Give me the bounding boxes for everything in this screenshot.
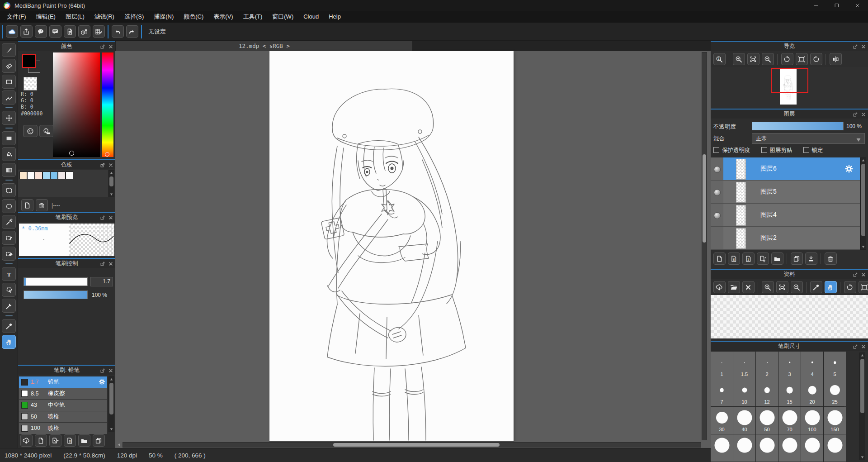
scrollbar-thumb[interactable]	[109, 176, 113, 186]
cloud-download-button[interactable]	[713, 281, 726, 293]
tool-figure-rect[interactable]	[2, 75, 16, 89]
new-swatch-button[interactable]	[21, 199, 33, 211]
brush-size-cell-4[interactable]: 4	[801, 352, 823, 379]
tool-brush[interactable]	[2, 43, 16, 57]
canvas-horizontal-scrollbar[interactable]	[123, 442, 701, 448]
tool-magic-wand[interactable]	[2, 215, 16, 229]
palette-swatch-2[interactable]	[35, 171, 42, 179]
tool-operation[interactable]	[2, 283, 16, 297]
zoom-out-button[interactable]	[762, 53, 774, 65]
hue-slider[interactable]	[102, 52, 113, 157]
menu-item-2[interactable]: 图层(L)	[61, 11, 90, 23]
menu-item-9[interactable]: 窗口(W)	[267, 11, 298, 23]
scrollbar-thumb[interactable]	[861, 164, 865, 236]
tool-lasso[interactable]	[2, 199, 16, 213]
folder-button[interactable]	[771, 252, 783, 265]
palette-swatch-6[interactable]	[66, 171, 73, 179]
close-button[interactable]	[847, 0, 868, 11]
popout-icon[interactable]	[852, 343, 859, 350]
visibility-cell[interactable]	[711, 204, 723, 226]
close-icon[interactable]	[107, 43, 114, 50]
duplicate-button[interactable]	[791, 252, 803, 265]
visibility-cell[interactable]	[711, 157, 723, 180]
brush-size-cell-70[interactable]: 70	[778, 407, 801, 434]
brush-list-scrollbar[interactable]	[108, 376, 114, 432]
scroll-down-icon[interactable]	[861, 244, 866, 249]
doc-1-button[interactable]: 1	[742, 252, 755, 265]
brush-size-cell-50[interactable]: 50	[756, 407, 778, 434]
layer-scrollbar[interactable]	[860, 157, 866, 250]
brush-size-cell-12[interactable]: 12	[756, 379, 778, 406]
navigator-preview[interactable]	[711, 67, 868, 108]
brush-size-cell-1[interactable]: 1	[711, 352, 733, 379]
popout-icon[interactable]	[99, 367, 106, 374]
layout-edit-button[interactable]	[93, 25, 105, 38]
brush-opacity-slider[interactable]	[24, 291, 88, 299]
scroll-down-icon[interactable]	[860, 455, 865, 460]
checkbox-icon[interactable]	[803, 147, 809, 153]
tool-hand[interactable]	[2, 335, 16, 349]
brush-size-slider[interactable]	[24, 277, 88, 286]
palette-add-button[interactable]	[39, 125, 54, 137]
brush-size-cell-3[interactable]: 3	[778, 352, 801, 379]
scroll-up-icon[interactable]	[861, 158, 866, 163]
menu-item-3[interactable]: 滤镜(R)	[90, 11, 119, 23]
maximize-button[interactable]	[826, 0, 847, 11]
zoom-fit-button[interactable]	[776, 281, 788, 293]
saturation-value-picker[interactable]	[53, 52, 100, 157]
blend-mode-dropdown[interactable]: 正常	[752, 133, 865, 144]
document-button[interactable]	[64, 25, 76, 38]
layer-opacity-slider[interactable]	[752, 122, 844, 130]
menu-item-6[interactable]: 颜色(C)	[179, 11, 208, 23]
tool-select-rect[interactable]	[2, 183, 16, 197]
undo-button[interactable]	[112, 25, 124, 38]
comment-balloon-button[interactable]	[49, 25, 61, 38]
brush-size-cell-2[interactable]: 2	[756, 352, 778, 379]
popout-icon[interactable]	[99, 214, 106, 221]
doc-8-button[interactable]: 8	[728, 252, 740, 265]
popout-icon[interactable]	[852, 111, 859, 118]
palette-swatch-0[interactable]	[19, 171, 27, 179]
frame-button[interactable]	[796, 53, 808, 65]
brush-size-cell-r3c5[interactable]	[824, 434, 846, 462]
rotate-ccw-button[interactable]	[781, 53, 793, 65]
zoom-fit-button[interactable]	[747, 53, 760, 65]
brush-size-cell-r3c3[interactable]	[778, 434, 801, 462]
gear-icon[interactable]	[844, 164, 854, 173]
canvas-page[interactable]	[269, 51, 514, 441]
close-icon[interactable]	[107, 367, 114, 374]
brush-size-cell-40[interactable]: 40	[733, 407, 755, 434]
sv-indicator[interactable]	[69, 151, 74, 156]
scroll-left-icon[interactable]	[116, 442, 122, 448]
materials-preview[interactable]	[711, 295, 868, 338]
new-doc-button[interactable]	[713, 252, 726, 265]
brush-size-cell-r3c0[interactable]	[711, 434, 733, 462]
scrollbar-thumb[interactable]	[860, 359, 864, 413]
eyedropper-button[interactable]	[810, 281, 822, 293]
popout-icon[interactable]	[99, 260, 106, 267]
brush-size-cell-r3c4[interactable]	[801, 434, 823, 462]
layer-checkbox-2[interactable]: 锁定	[803, 147, 823, 154]
tool-move[interactable]	[2, 111, 16, 125]
transparent-color-swatch[interactable]	[24, 77, 37, 90]
palette-scrollbar[interactable]	[108, 170, 114, 197]
brush-size-cell-100[interactable]: 100	[801, 407, 823, 434]
brush-item-喷枪[interactable]: 100 喷枪	[19, 423, 107, 434]
foreground-color-swatch[interactable]	[22, 54, 36, 68]
brush-item-喷枪[interactable]: 50 喷枪	[19, 411, 107, 423]
halftone-balloon-button[interactable]	[35, 25, 47, 38]
doc-grid-button[interactable]	[49, 434, 61, 447]
frame-button[interactable]	[859, 281, 868, 293]
brush-item-橡皮擦[interactable]: 8.5 橡皮擦	[19, 388, 107, 400]
close-icon[interactable]	[107, 162, 114, 168]
layer-row-图层6[interactable]: 图层6	[711, 157, 860, 181]
brush-size-cell-r3c1[interactable]	[733, 434, 755, 462]
tool-control-point[interactable]	[2, 90, 16, 105]
menu-item-0[interactable]: 文件(F)	[2, 11, 31, 23]
brush-size-cell-10[interactable]: 10	[733, 379, 755, 406]
menu-item-11[interactable]: Help	[324, 11, 346, 23]
redo-button[interactable]	[126, 25, 138, 38]
scroll-down-icon[interactable]	[109, 192, 114, 197]
tool-eraser[interactable]	[2, 59, 16, 73]
popout-icon[interactable]	[852, 43, 859, 50]
